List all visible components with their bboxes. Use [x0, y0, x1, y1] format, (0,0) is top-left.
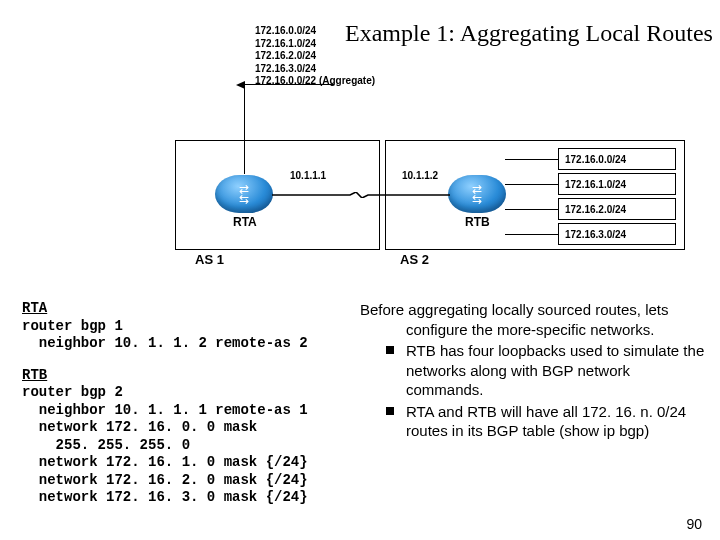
rtb-heading: RTB [22, 367, 352, 385]
code-line: neighbor 10. 1. 1. 1 remote-as 1 [22, 402, 352, 420]
lead-text: Before aggregating locally sourced route… [360, 300, 705, 339]
code-line: network 172. 16. 0. 0 mask [22, 419, 352, 437]
explanation-text: Before aggregating locally sourced route… [360, 300, 705, 441]
ip-rta: 10.1.1.1 [290, 170, 326, 181]
route-item: 172.16.0.0/24 [255, 25, 375, 38]
wan-link-icon [272, 192, 450, 198]
code-line: neighbor 10. 1. 1. 2 remote-as 2 [22, 335, 352, 353]
rtb-route-box: 172.16.3.0/24 [558, 223, 676, 245]
as2-label: AS 2 [400, 252, 429, 267]
ip-rtb: 10.1.1.2 [402, 170, 438, 181]
rtb-route-box: 172.16.2.0/24 [558, 198, 676, 220]
router-rta-icon: ⇄⇆ [215, 175, 273, 213]
bullet-text: RTA and RTB will have all 172. 16. n. 0/… [406, 403, 686, 440]
route-item: 172.16.1.0/24 [255, 38, 375, 51]
rtb-label: RTB [465, 215, 490, 229]
rta-label: RTA [233, 215, 257, 229]
code-line: router bgp 1 [22, 318, 352, 336]
rta-advertised-routes: 172.16.0.0/24 172.16.1.0/24 172.16.2.0/2… [255, 25, 375, 88]
code-line: network 172. 16. 3. 0 mask {/24} [22, 489, 352, 507]
code-line: network 172. 16. 2. 0 mask {/24} [22, 472, 352, 490]
bullet-item: RTB has four loopbacks used to simulate … [360, 341, 705, 400]
route-item: 172.16.3.0/24 [255, 63, 375, 76]
rta-heading: RTA [22, 300, 352, 318]
bullet-item: RTA and RTB will have all 172. 16. n. 0/… [360, 402, 705, 441]
rtb-route-connectors [505, 148, 558, 248]
code-line: router bgp 2 [22, 384, 352, 402]
code-line: network 172. 16. 1. 0 mask {/24} [22, 454, 352, 472]
code-line: 255. 255. 255. 0 [22, 437, 352, 455]
bullet-text: RTB has four loopbacks used to simulate … [406, 342, 704, 398]
page-number: 90 [686, 516, 702, 532]
rtb-route-box: 172.16.1.0/24 [558, 173, 676, 195]
bullet-icon [386, 407, 394, 415]
aggregate-arrow-icon [244, 84, 334, 85]
topology-diagram: 172.16.0.0/24 172.16.1.0/24 172.16.2.0/2… [140, 20, 700, 280]
route-item: 172.16.2.0/24 [255, 50, 375, 63]
router-rtb-icon: ⇄⇆ [448, 175, 506, 213]
bullet-icon [386, 346, 394, 354]
rtb-route-box: 172.16.0.0/24 [558, 148, 676, 170]
as1-label: AS 1 [195, 252, 224, 267]
route-item: 172.16.0.0/22 (Aggregate) [255, 75, 375, 88]
config-code: RTA router bgp 1 neighbor 10. 1. 1. 2 re… [22, 300, 352, 513]
